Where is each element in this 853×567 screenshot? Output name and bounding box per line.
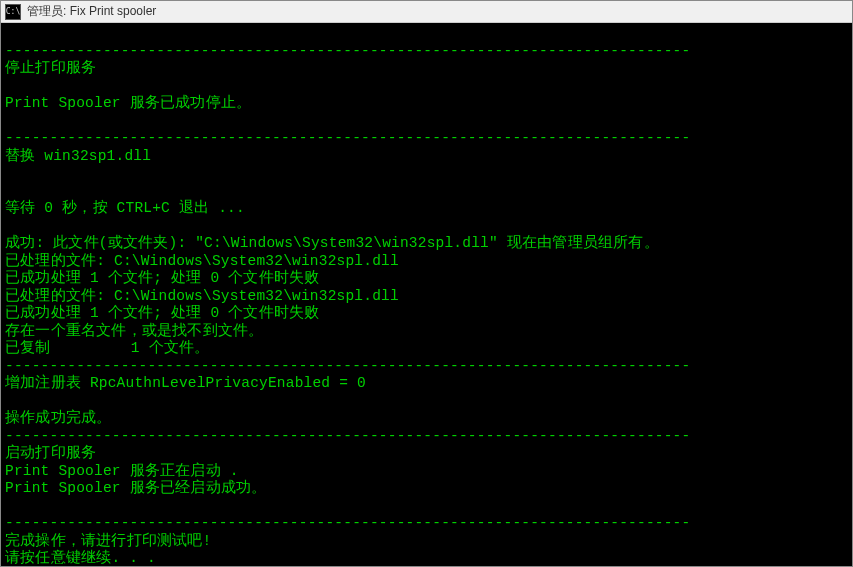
window-title: 管理员: Fix Print spooler	[27, 3, 156, 20]
cmd-icon: C:\	[5, 4, 21, 20]
console-output[interactable]: ----------------------------------------…	[1, 23, 852, 566]
titlebar[interactable]: C:\ 管理员: Fix Print spooler	[1, 1, 852, 23]
command-prompt-window: C:\ 管理员: Fix Print spooler -------------…	[0, 0, 853, 567]
